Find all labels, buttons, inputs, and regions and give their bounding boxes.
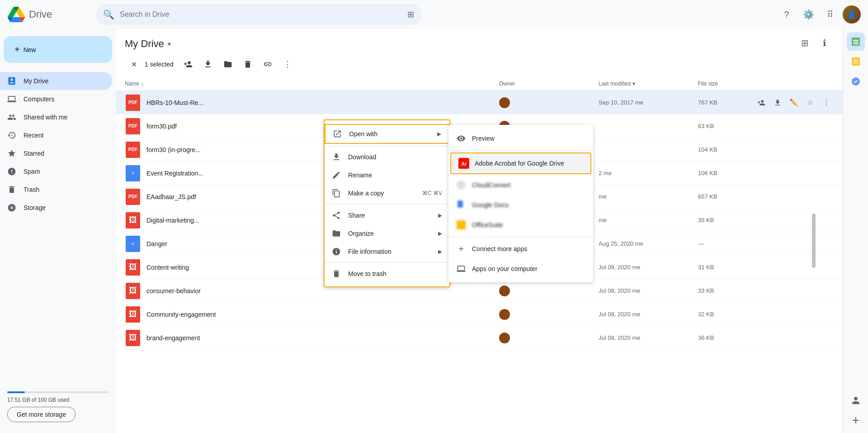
storage-bar-fill (7, 391, 25, 393)
right-sidebar: 31 (843, 29, 868, 433)
copy-menu-shortcut: ⌘C ⌘V (422, 190, 442, 196)
help-button[interactable]: ? (778, 5, 796, 24)
googledocs-icon (456, 200, 467, 210)
rs-tasks-icon[interactable] (847, 72, 865, 90)
submenu-item-preview[interactable]: Preview (448, 128, 593, 148)
content-area: My Drive ▾ ⊞ ℹ ✕ 1 selected (116, 29, 843, 433)
apps-computer-label: Apps on your computer (472, 265, 538, 272)
search-icon: 🔍 (103, 9, 114, 20)
file-info-menu-icon (332, 247, 341, 256)
starred-icon (7, 149, 16, 158)
rs-user-icon[interactable] (847, 391, 865, 409)
menu-divider-2 (325, 204, 449, 205)
rs-sheets-icon[interactable] (847, 33, 865, 51)
trash-icon (7, 185, 16, 194)
sidebar-item-starred[interactable]: Starred (0, 144, 112, 162)
organize-menu-arrow: ▶ (438, 230, 442, 237)
file-info-menu-label: File information (348, 248, 431, 255)
sidebar-item-shared[interactable]: Shared with me (0, 108, 112, 126)
context-menu-item-rename[interactable]: Rename (325, 166, 449, 184)
apps-computer-icon (456, 263, 467, 274)
context-menu-item-file-info[interactable]: File information ▶ (325, 243, 449, 261)
copy-menu-icon (332, 189, 341, 198)
settings-button[interactable]: ⚙️ (799, 5, 817, 24)
sidebar-item-storage[interactable]: Storage (0, 199, 112, 217)
sidebar-label-shared: Shared with me (24, 114, 67, 121)
plus-icon: + (14, 44, 20, 55)
sidebar-item-trash[interactable]: Trash (0, 181, 112, 199)
computers-icon (7, 95, 16, 104)
rename-menu-label: Rename (348, 171, 442, 179)
download-menu-icon (332, 152, 341, 162)
sidebar-item-recent[interactable]: Recent (0, 126, 112, 144)
preview-icon (456, 133, 467, 144)
submenu-item-officesuite[interactable]: OfficeSuite (448, 215, 593, 235)
storage-area: 17.51 GB of 100 GB used Get more storage (0, 381, 116, 429)
logo-area: Drive (7, 7, 89, 22)
sidebar-label-starred: Starred (24, 150, 44, 157)
connect-apps-label: Connect more apps (472, 245, 527, 252)
cloudconvert-icon (456, 180, 467, 190)
top-right-icons: ? ⚙️ ⠿ 👤 (778, 5, 861, 24)
sidebar-item-spam[interactable]: Spam (0, 162, 112, 181)
context-menu-item-organize[interactable]: Organize ▶ (325, 224, 449, 243)
storage-icon (7, 203, 16, 212)
svg-rect-4 (457, 220, 466, 229)
storage-bar-background (7, 391, 108, 393)
officesuite-label: OfficeSuite (472, 221, 503, 228)
search-filter-icon[interactable]: ⊞ (407, 10, 414, 19)
shared-icon (7, 113, 16, 122)
organize-menu-icon (332, 229, 341, 238)
svg-rect-8 (853, 43, 859, 44)
submenu-item-apps-computer[interactable]: Apps on your computer (448, 259, 593, 279)
submenu-item-googledocs[interactable]: Google Docs (448, 195, 593, 215)
storage-used-text: 17.51 GB of 100 GB used (7, 397, 108, 403)
get-more-storage-button[interactable]: Get more storage (7, 407, 75, 422)
new-button-label: New (24, 46, 36, 53)
search-bar[interactable]: 🔍 ⊞ (96, 4, 421, 25)
app-container: Drive 🔍 ⊞ ? ⚙️ ⠿ 👤 + New (0, 0, 868, 433)
svg-rect-6 (853, 40, 859, 41)
context-menu: Open with ▶ Preview (324, 119, 450, 287)
context-menu-item-share[interactable]: Share ▶ (325, 206, 449, 224)
svg-rect-3 (458, 200, 463, 208)
context-menu-item-copy[interactable]: Make a copy ⌘C ⌘V (325, 184, 449, 202)
open-with-arrow: ▶ (437, 131, 441, 137)
share-menu-label: Share (348, 212, 431, 219)
open-with-label: Open with (349, 130, 430, 138)
context-menu-item-open-with[interactable]: Open with ▶ Preview (325, 124, 449, 144)
submenu-item-connect-apps[interactable]: + Connect more apps (448, 239, 593, 259)
sidebar-label-computers: Computers (24, 95, 54, 103)
new-button[interactable]: + New (4, 36, 112, 63)
context-menu-item-download[interactable]: Download (325, 148, 449, 166)
app-title: Drive (29, 9, 52, 20)
organize-menu-label: Organize (348, 230, 431, 237)
sidebar-item-my-drive[interactable]: My Drive (0, 72, 112, 90)
cloudconvert-label: CloudConvert (472, 181, 511, 189)
open-with-icon (333, 129, 342, 138)
svg-rect-7 (853, 42, 859, 43)
share-menu-arrow: ▶ (438, 212, 442, 219)
download-menu-label: Download (348, 153, 442, 161)
submenu-item-adobe[interactable]: Ai Adobe Acrobat for Google Drive (450, 152, 591, 174)
preview-label: Preview (472, 135, 495, 142)
rs-add-icon[interactable] (847, 411, 865, 429)
sidebar-label-my-drive: My Drive (24, 77, 48, 85)
search-input[interactable] (120, 10, 402, 19)
submenu-item-cloudconvert[interactable]: CloudConvert (448, 175, 593, 195)
context-menu-overlay[interactable]: Open with ▶ Preview (116, 29, 843, 433)
open-with-submenu: Preview Ai Adobe Acrobat f (448, 125, 593, 282)
user-avatar[interactable]: 👤 (843, 5, 861, 24)
trash-menu-label: Move to trash (348, 270, 442, 277)
svg-text:Ai: Ai (462, 161, 467, 167)
sidebar-item-computers[interactable]: Computers (0, 90, 112, 108)
rs-calendar-icon[interactable]: 31 (847, 52, 865, 71)
apps-button[interactable]: ⠿ (821, 5, 839, 24)
google-drive-logo (7, 7, 25, 22)
sidebar: + New My Drive Computers (0, 29, 116, 433)
rename-menu-icon (332, 171, 341, 180)
connect-apps-icon: + (456, 243, 467, 254)
spam-icon (7, 167, 16, 176)
file-info-menu-arrow: ▶ (438, 248, 442, 255)
context-menu-item-trash[interactable]: Move to trash (325, 265, 449, 283)
